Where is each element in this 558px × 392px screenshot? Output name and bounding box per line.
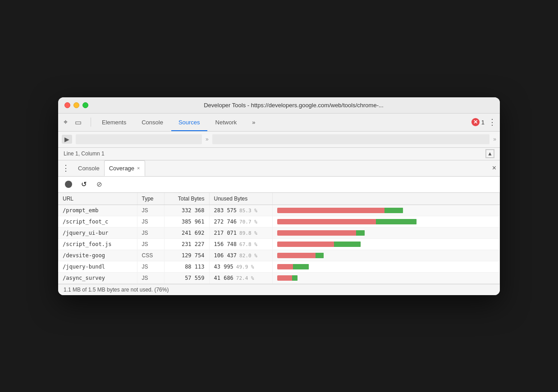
used-bar — [376, 219, 417, 224]
tab-elements[interactable]: Elements — [95, 114, 133, 131]
type-cell: JS — [137, 238, 164, 250]
coverage-footer: 1.1 MB of 1.5 MB bytes are not used. (76… — [58, 284, 500, 295]
table-row[interactable]: /async_surveyJS57 55941 68672.4 % — [58, 272, 500, 283]
tab-sources[interactable]: Sources — [171, 114, 207, 131]
unused-bytes-cell: 41 68672.4 % — [209, 272, 272, 283]
bar-cell — [272, 250, 500, 261]
unused-bar — [277, 253, 316, 258]
more-menu-icon[interactable]: ⋮ — [488, 117, 496, 127]
used-bar — [316, 253, 324, 258]
coverage-toolbar: ↺ ⊘ — [58, 177, 500, 193]
unused-bar — [277, 219, 376, 224]
panel-tab-coverage[interactable]: Coverage × — [104, 160, 145, 176]
url-cell: /jquery_ui-bur — [58, 227, 137, 238]
total-bytes-cell: 385 961 — [164, 216, 209, 227]
toolbar-icons: ⌖ ▭ — [62, 116, 83, 128]
bar-cell — [272, 216, 500, 227]
cursor-icon[interactable]: ⌖ — [62, 116, 69, 128]
col-header-bar — [272, 193, 500, 205]
url-cell: /async_survey — [58, 272, 137, 283]
toolbar-separator — [91, 118, 91, 127]
total-bytes-cell: 332 368 — [164, 205, 209, 216]
type-cell: JS — [137, 227, 164, 238]
tab-more[interactable]: » — [245, 114, 262, 131]
error-count: 1 — [481, 119, 485, 126]
coverage-table: URL Type Total Bytes Unused Bytes /promp… — [58, 193, 500, 284]
unused-bytes-cell: 156 74867.8 % — [209, 238, 272, 250]
toolbar-right: ✕ 1 ⋮ — [471, 117, 496, 127]
table-row[interactable]: /script_foot_cJS385 961272 74670.7 % — [58, 216, 500, 227]
unused-bar — [277, 242, 334, 247]
bar-cell — [272, 272, 500, 283]
table-row[interactable]: /jquery-bundlJS88 11343 99549.9 % — [58, 261, 500, 272]
minimize-button[interactable] — [73, 102, 79, 108]
total-bytes-cell: 129 754 — [164, 250, 209, 261]
total-bytes-cell: 88 113 — [164, 261, 209, 272]
bar-cell — [272, 238, 500, 250]
table-row[interactable]: /prompt_embJS332 368283 57585.3 % — [58, 205, 500, 216]
total-bytes-cell: 57 559 — [164, 272, 209, 283]
toolbar-tabs: Elements Console Sources Network » — [95, 114, 263, 131]
unused-bytes-cell: 217 07189.8 % — [209, 227, 272, 238]
table-row[interactable]: /devsite-googCSS129 754106 43782.0 % — [58, 250, 500, 261]
type-cell: JS — [137, 272, 164, 283]
device-icon[interactable]: ▭ — [73, 116, 83, 128]
type-cell: JS — [137, 216, 164, 227]
traffic-lights — [64, 102, 88, 108]
url-cell: /jquery-bundl — [58, 261, 137, 272]
tab-network[interactable]: Network — [208, 114, 244, 131]
unused-bytes-cell: 43 99549.9 % — [209, 261, 272, 272]
record-icon — [65, 181, 72, 188]
url-cell: /script_foot_c — [58, 216, 137, 227]
maximize-button[interactable] — [82, 102, 88, 108]
reload-button[interactable]: ↺ — [79, 179, 89, 189]
title-bar: Developer Tools - https://developers.goo… — [58, 97, 500, 114]
unused-bar — [277, 208, 385, 213]
used-bar — [293, 264, 309, 269]
footer-summary: 1.1 MB of 1.5 MB bytes are not used. (76… — [64, 287, 169, 293]
error-badge[interactable]: ✕ 1 — [471, 118, 485, 126]
total-bytes-cell: 241 692 — [164, 227, 209, 238]
panel-menu-icon[interactable]: ⋮ — [62, 163, 70, 173]
col-header-type: Type — [137, 193, 164, 205]
unused-bytes-cell: 283 57585.3 % — [209, 205, 272, 216]
devtools-toolbar: ⌖ ▭ Elements Console Sources Network » ✕ — [58, 114, 500, 132]
col-header-total: Total Bytes — [164, 193, 209, 205]
url-cell: /prompt_emb — [58, 205, 137, 216]
panel-tab-console[interactable]: Console — [73, 160, 104, 176]
record-button[interactable] — [64, 179, 73, 189]
panel-close-icon[interactable]: × — [492, 164, 496, 172]
col-header-unused: Unused Bytes — [209, 193, 272, 205]
reload-icon: ↺ — [81, 180, 87, 188]
sources-sub-bar: ▶ » » — [58, 132, 500, 148]
status-bar: Line 1, Column 1 ▲ — [58, 148, 500, 160]
type-cell: JS — [137, 205, 164, 216]
unused-bar — [277, 275, 292, 281]
total-bytes-cell: 231 227 — [164, 238, 209, 250]
url-cell: /script_foot.js — [58, 238, 137, 250]
table-row[interactable]: /jquery_ui-burJS241 692217 07189.8 % — [58, 227, 500, 238]
tab-console[interactable]: Console — [134, 114, 170, 131]
type-cell: CSS — [137, 250, 164, 261]
unused-bar — [277, 264, 293, 269]
clear-button[interactable]: ⊘ — [94, 179, 104, 189]
close-button[interactable] — [64, 102, 70, 108]
bar-cell — [272, 261, 500, 272]
url-cell: /devsite-goog — [58, 250, 137, 261]
coverage-tab-close[interactable]: × — [137, 165, 140, 171]
col-header-url: URL — [58, 193, 137, 205]
status-right-icon[interactable]: ▲ — [485, 149, 494, 158]
clear-icon: ⊘ — [96, 180, 102, 188]
line-col-status: Line 1, Column 1 — [64, 150, 105, 157]
play-icon[interactable]: ▶ — [62, 135, 72, 144]
unused-bytes-cell: 106 43782.0 % — [209, 250, 272, 261]
unused-bytes-cell: 272 74670.7 % — [209, 216, 272, 227]
devtools-window: Developer Tools - https://developers.goo… — [58, 97, 500, 295]
window-title: Developer Tools - https://developers.goo… — [94, 102, 494, 109]
error-icon: ✕ — [471, 118, 480, 126]
type-cell: JS — [137, 261, 164, 272]
used-bar — [384, 208, 403, 213]
table-row[interactable]: /script_foot.jsJS231 227156 74867.8 % — [58, 238, 500, 250]
bar-cell — [272, 205, 500, 216]
used-bar — [334, 242, 361, 247]
